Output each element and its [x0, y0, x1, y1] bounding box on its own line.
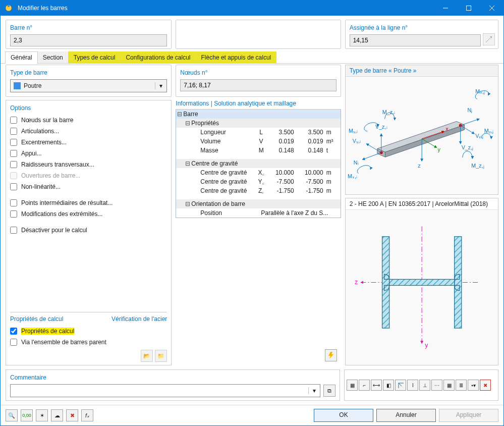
- svg-rect-1: [8, 5, 10, 7]
- svg-rect-3: [467, 6, 471, 11]
- svg-text:Mₓ,ⱼ: Mₓ,ⱼ: [475, 88, 485, 94]
- collapse-icon[interactable]: ⊟: [176, 200, 191, 207]
- info-header: Informations | Solution analytique et ma…: [176, 99, 341, 110]
- tool-8[interactable]: ⋯: [431, 380, 442, 391]
- chk-artic[interactable]: [10, 128, 17, 135]
- app-icon: [5, 4, 13, 12]
- assign-label: Assignée à la ligne n°: [350, 23, 494, 34]
- tab-types[interactable]: Types de calcul: [68, 51, 121, 63]
- row-position-val: Parallèle à l'axe Z du S...: [246, 209, 340, 217]
- lbl-props-calcul: Propriétés de calcul: [21, 328, 74, 335]
- apply-button[interactable]: Appliquer: [439, 409, 498, 422]
- svg-text:Vᵧ,ⱼ: Vᵧ,ⱼ: [475, 133, 483, 139]
- beam-diagram: x y z Nᵢ V_z,ᵢ Vᵧ,ᵢ Mᵧ,ᵢ M_z,ᵢ Mₓ,ᵢ: [348, 79, 496, 192]
- lbl-nonlin: Non-linéarité...: [21, 183, 61, 190]
- svg-text:M_z,ⱼ: M_z,ⱼ: [471, 163, 484, 169]
- assign-pick-button[interactable]: [483, 33, 495, 45]
- chk-raid[interactable]: [10, 161, 17, 168]
- chk-modext[interactable]: [10, 210, 17, 218]
- row-cog: Centre de gravité: [191, 160, 340, 167]
- chk-excentr[interactable]: [10, 139, 17, 146]
- collapse-icon[interactable]: ⊟: [176, 120, 191, 127]
- svg-text:z: z: [418, 163, 420, 169]
- delete-button[interactable]: ✖: [66, 409, 78, 421]
- chk-ptint[interactable]: [10, 199, 17, 206]
- collapse-icon[interactable]: ⊟: [176, 160, 191, 167]
- chk-deact[interactable]: [10, 227, 17, 234]
- middle-header-blank: [176, 20, 341, 49]
- tab-general[interactable]: Général: [5, 51, 38, 63]
- axes-button[interactable]: ✶: [36, 409, 48, 421]
- svg-line-20: [362, 152, 381, 159]
- tool-9[interactable]: ▦: [443, 380, 455, 391]
- lightning-icon: [327, 352, 334, 359]
- comment-combo[interactable]: ▾: [10, 384, 320, 397]
- row-cogx: Centre de gravité: [200, 169, 254, 176]
- ok-button[interactable]: OK: [314, 409, 373, 422]
- chk-appui[interactable]: [10, 150, 17, 157]
- noeuds-label: Nœuds n°: [180, 68, 336, 79]
- svg-line-29: [460, 119, 479, 126]
- cancel-button[interactable]: Annuler: [376, 409, 436, 422]
- row-longueur: Longueur: [200, 129, 254, 136]
- maximize-button[interactable]: [457, 1, 480, 16]
- fx-button[interactable]: fₓ: [81, 409, 93, 421]
- tab-configs[interactable]: Configurations de calcul: [120, 51, 196, 63]
- minimize-button[interactable]: [434, 1, 457, 16]
- collapse-icon[interactable]: ⊟: [176, 111, 183, 118]
- tool-4[interactable]: ◧: [383, 380, 394, 391]
- row-volume: Volume: [200, 138, 254, 145]
- comment-label: Commentaire: [10, 373, 335, 384]
- help-button[interactable]: 🔍: [6, 409, 18, 421]
- tool-2[interactable]: ⌐: [359, 380, 370, 391]
- tool-3[interactable]: ⟷: [371, 380, 382, 391]
- svg-text:Nⱼ: Nⱼ: [467, 107, 472, 113]
- noeuds-input[interactable]: [180, 79, 336, 91]
- svg-text:V_z,ⱼ: V_z,ⱼ: [461, 144, 473, 150]
- tool-5[interactable]: [395, 380, 406, 391]
- props-edit-button[interactable]: 📁: [155, 350, 167, 362]
- cloud-icon: ☁: [54, 412, 60, 419]
- svg-text:Mᵧ,ᵢ: Mᵧ,ᵢ: [349, 128, 358, 134]
- info-tree: ⊟Barre ⊟Propriétés LongueurL3.5003.500m …: [176, 110, 341, 218]
- folder-plus-icon: 📂: [143, 353, 150, 359]
- svg-text:Mₓ,ᵢ: Mₓ,ᵢ: [348, 173, 357, 179]
- svg-marker-11: [385, 125, 464, 157]
- svg-text:z: z: [355, 279, 358, 286]
- svg-text:Nᵢ: Nᵢ: [353, 159, 358, 166]
- svg-text:y: y: [425, 342, 428, 349]
- lbl-deact: Désactiver pour le calcul: [21, 227, 87, 234]
- view-toolbar: ▦ ⌐ ⟷ ◧ I ⊥ ⋯ ▦ ≣ ▪▾ ✖: [344, 369, 498, 401]
- assign-input[interactable]: [350, 34, 481, 46]
- tool-6[interactable]: I: [407, 380, 418, 391]
- chk-via-parent[interactable]: [10, 339, 17, 346]
- tab-fleche[interactable]: Flèche et appuis de calcul: [196, 51, 277, 63]
- tab-section[interactable]: Section: [37, 51, 69, 63]
- tool-10[interactable]: ≣: [456, 380, 467, 391]
- row-cogz: Centre de gravité: [200, 187, 254, 194]
- svg-text:Mᵧ,ⱼ: Mᵧ,ⱼ: [484, 128, 493, 134]
- svg-text:V_z,ᵢ: V_z,ᵢ: [375, 124, 387, 130]
- svg-marker-8: [328, 352, 333, 359]
- chk-noeuds[interactable]: [10, 117, 17, 124]
- chk-nonlin[interactable]: [10, 183, 17, 190]
- comment-aux-button[interactable]: ⧉: [323, 385, 335, 397]
- tab-strip: Général Section Types de calcul Configur…: [1, 49, 503, 63]
- svg-text:Vᵧ,ᵢ: Vᵧ,ᵢ: [352, 138, 360, 144]
- close-button[interactable]: [480, 1, 503, 16]
- type-de-barre-combo[interactable]: Poutre ▾: [10, 79, 167, 92]
- type-value: Poutre: [24, 82, 155, 89]
- tool-7[interactable]: ⊥: [419, 380, 430, 391]
- cloud-button[interactable]: ☁: [51, 409, 63, 421]
- units-button[interactable]: 0,00: [21, 409, 33, 421]
- tool-11[interactable]: ▪▾: [468, 380, 479, 391]
- props-title-right: Vérification de l'acier: [111, 315, 167, 323]
- calculate-button[interactable]: [325, 349, 337, 361]
- tool-1[interactable]: ▦: [347, 380, 358, 391]
- tool-delete[interactable]: ✖: [480, 380, 491, 391]
- props-new-button[interactable]: 📂: [141, 350, 153, 362]
- chk-props-calcul[interactable]: [10, 328, 17, 335]
- right-top-header: Type de barre « Poutre »: [346, 65, 498, 77]
- lbl-ptint: Points intermédiaires de résultat...: [21, 199, 113, 206]
- barre-no-input[interactable]: [10, 34, 167, 46]
